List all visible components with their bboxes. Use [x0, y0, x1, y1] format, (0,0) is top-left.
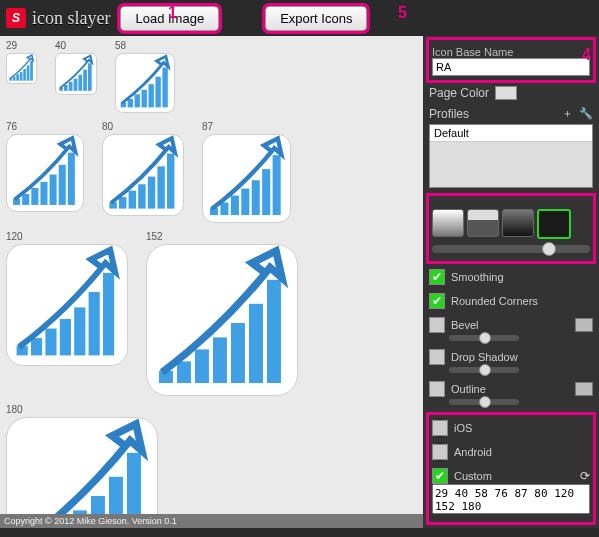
preview-cell: 58 [115, 40, 175, 113]
rounded-label: Rounded Corners [451, 295, 538, 307]
base-name-input[interactable] [432, 58, 590, 76]
profiles-label: Profiles [429, 107, 469, 121]
svg-rect-47 [89, 292, 100, 355]
base-name-label: Icon Base Name [432, 46, 590, 58]
preview-cell: 40 [55, 40, 97, 95]
preview-size-label: 80 [102, 121, 184, 132]
svg-rect-41 [273, 155, 281, 215]
footer-copyright: Copyright © 2012 Mike Gieson. Version 0.… [0, 514, 423, 528]
outline-label: Outline [451, 383, 486, 395]
svg-rect-16 [135, 94, 140, 107]
ios-label: iOS [454, 422, 472, 434]
sidebar: 4 Icon Base Name Page Color Profiles ＋ 🔧… [423, 36, 599, 528]
preview-cell: 80 [102, 121, 184, 216]
svg-rect-38 [241, 189, 249, 215]
icon-preview [146, 244, 298, 396]
icon-preview [102, 134, 184, 216]
preview-size-label: 180 [6, 404, 158, 415]
svg-rect-5 [27, 65, 30, 80]
page-color-swatch[interactable] [495, 86, 517, 100]
rounded-checkbox[interactable]: ✔ [429, 293, 445, 309]
svg-rect-44 [45, 329, 56, 356]
page-color-label: Page Color [429, 86, 489, 100]
outline-slider[interactable] [449, 399, 519, 405]
svg-rect-33 [157, 166, 164, 208]
icon-preview [6, 417, 158, 528]
svg-rect-54 [249, 304, 263, 383]
custom-hint1: Seperate each by a space. [429, 526, 593, 528]
smoothing-label: Smoothing [451, 271, 504, 283]
svg-rect-1 [13, 77, 16, 81]
svg-rect-2 [16, 74, 19, 80]
svg-rect-43 [31, 338, 42, 355]
svg-rect-37 [231, 196, 239, 215]
svg-rect-4 [23, 69, 26, 81]
custom-sizes-input[interactable] [432, 484, 590, 514]
outline-swatch[interactable] [575, 382, 593, 396]
preset-1[interactable] [432, 209, 464, 237]
dropshadow-checkbox[interactable] [429, 349, 445, 365]
bevel-checkbox[interactable] [429, 317, 445, 333]
svg-rect-51 [195, 349, 209, 383]
preset-slider[interactable] [432, 245, 590, 253]
preset-2[interactable] [467, 209, 499, 237]
export-icons-button[interactable]: Export Icons [265, 6, 367, 31]
svg-rect-11 [78, 75, 82, 91]
annotation-1: 1 [168, 4, 177, 22]
dropshadow-slider[interactable] [449, 367, 519, 373]
ios-checkbox[interactable] [432, 420, 448, 436]
annotation-4: 4 [582, 46, 591, 64]
settings-icon[interactable]: 🔧 [579, 107, 593, 120]
smoothing-checkbox[interactable]: ✔ [429, 269, 445, 285]
profile-item[interactable]: Default [430, 125, 592, 142]
icon-preview [6, 134, 84, 212]
bevel-slider[interactable] [449, 335, 519, 341]
svg-rect-30 [129, 191, 136, 209]
svg-rect-45 [60, 319, 71, 355]
svg-rect-40 [262, 169, 270, 215]
icon-preview [55, 53, 97, 95]
dropshadow-label: Drop Shadow [451, 351, 518, 363]
svg-rect-52 [213, 337, 227, 383]
icon-preview [6, 244, 128, 366]
svg-rect-20 [162, 67, 167, 107]
style-presets [432, 209, 590, 239]
preview-size-label: 29 [6, 40, 37, 51]
svg-rect-31 [138, 184, 145, 208]
icon-preview [202, 134, 291, 223]
reload-icon[interactable]: ⟳ [580, 469, 590, 483]
svg-rect-19 [155, 77, 160, 108]
svg-rect-50 [177, 361, 191, 383]
svg-rect-6 [30, 61, 33, 81]
bevel-swatch[interactable] [575, 318, 593, 332]
preview-size-label: 76 [6, 121, 84, 132]
outline-checkbox[interactable] [429, 381, 445, 397]
preview-size-label: 87 [202, 121, 291, 132]
icon-preview [6, 53, 37, 84]
svg-rect-15 [128, 99, 133, 107]
preview-size-label: 58 [115, 40, 175, 51]
svg-rect-17 [142, 90, 147, 108]
custom-label: Custom [454, 470, 492, 482]
profiles-list[interactable]: Default [429, 124, 593, 188]
svg-rect-22 [22, 194, 29, 205]
preset-3[interactable] [502, 209, 534, 237]
svg-rect-48 [103, 273, 114, 356]
svg-rect-13 [88, 63, 92, 91]
svg-rect-29 [119, 197, 126, 209]
preview-cell: 180 [6, 404, 158, 528]
svg-rect-34 [167, 154, 174, 209]
svg-rect-32 [148, 177, 155, 209]
svg-rect-55 [267, 280, 281, 383]
bevel-label: Bevel [451, 319, 479, 331]
svg-rect-39 [252, 180, 260, 215]
svg-rect-46 [74, 307, 85, 355]
preset-4[interactable] [537, 209, 571, 239]
svg-rect-8 [64, 85, 68, 91]
custom-checkbox[interactable]: ✔ [432, 468, 448, 484]
preview-cell: 29 [6, 40, 37, 84]
add-profile-icon[interactable]: ＋ [562, 106, 573, 121]
svg-rect-18 [148, 84, 153, 107]
svg-rect-25 [50, 175, 57, 205]
android-checkbox[interactable] [432, 444, 448, 460]
